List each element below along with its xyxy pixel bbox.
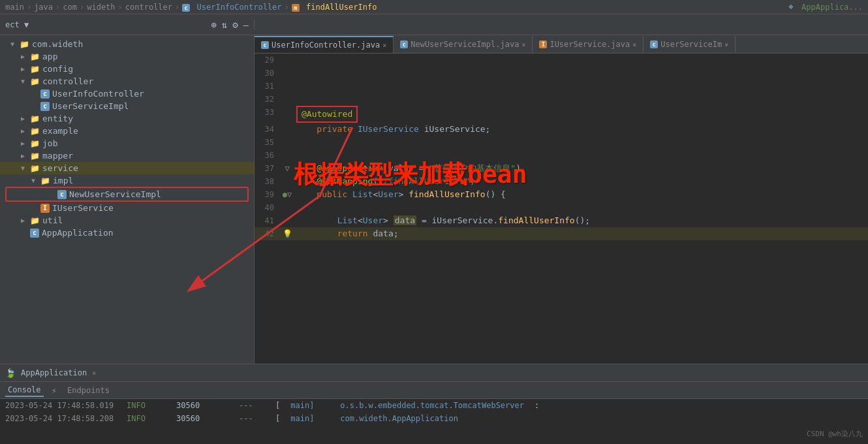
sidebar-label: app bbox=[42, 52, 57, 61]
console-pid: 30560 bbox=[176, 413, 228, 424]
code-line: 36 bbox=[255, 149, 868, 162]
sidebar-item-util[interactable]: ▶ 📁 util bbox=[0, 214, 254, 227]
line-content: private IUserService iUserService; bbox=[294, 123, 868, 136]
breadcrumb-class[interactable]: c UserInfoController bbox=[182, 3, 281, 12]
sync-icon[interactable]: ⊕ bbox=[211, 20, 216, 30]
settings-icon[interactable]: ⚙ bbox=[232, 20, 238, 30]
line-gutter: 💡 bbox=[281, 227, 294, 240]
folder-icon: 📁 bbox=[30, 77, 40, 86]
navigate-icon[interactable]: ⌖ bbox=[788, 1, 794, 12]
sidebar-item-userinfocontroller[interactable]: c UserInfoController bbox=[0, 87, 254, 100]
tab-iuserservice[interactable]: I IUserService.java × bbox=[533, 36, 643, 53]
tab-close-button[interactable]: × bbox=[521, 41, 525, 48]
sidebar-item-appapplication[interactable]: c AppApplication bbox=[0, 227, 254, 239]
console-timestamp: 2023-05-24 17:48:58.208 bbox=[5, 413, 116, 424]
sidebar-item-impl[interactable]: ▼ 📁 impl bbox=[0, 174, 254, 187]
sidebar-item-app[interactable]: ▶ 📁 app bbox=[0, 50, 254, 63]
annotation-apioperation: @ApiOperation bbox=[317, 163, 383, 173]
line-content: @ApiOperation(value = "获得用户的基本信息") bbox=[294, 162, 868, 175]
folder-icon: 📁 bbox=[30, 127, 40, 136]
breadcrumb-arrow-6: › bbox=[285, 3, 289, 12]
sidebar-label: controller bbox=[42, 76, 93, 86]
sidebar-item-newuserserviceimpl[interactable]: c NewUserServiceImpl bbox=[5, 187, 249, 202]
console-class: com.wideth.AppApplication bbox=[340, 413, 458, 424]
sidebar-item-entity[interactable]: ▶ 📁 entity bbox=[0, 112, 254, 125]
folder-icon: 📁 bbox=[20, 40, 29, 49]
sidebar-label: com.wideth bbox=[32, 39, 83, 49]
type-iuserservice: IUserService bbox=[358, 124, 419, 134]
console-thread: main] bbox=[290, 413, 330, 424]
fold-icon: ▽ bbox=[287, 188, 292, 201]
app-application-link[interactable]: AppApplica... bbox=[801, 3, 863, 12]
code-line-37: 37 ▽ @ApiOperation(value = "获得用户的基本信息") bbox=[255, 162, 868, 175]
keyword-private: private bbox=[317, 124, 352, 134]
tab-userserviceimpl[interactable]: c UserServiceIm × bbox=[643, 36, 736, 53]
sidebar-label: job bbox=[42, 138, 57, 148]
sidebar-item-job[interactable]: ▶ 📁 job bbox=[0, 137, 254, 150]
sidebar-item-userserviceimpl[interactable]: c UserServiceImpl bbox=[0, 100, 254, 112]
line-content: public List<User> findAllUserInfo() { bbox=[294, 188, 868, 201]
code-line-33: 33 @Autowired bbox=[255, 106, 868, 123]
code-line: 29 bbox=[255, 54, 868, 67]
run-icon[interactable]: ● bbox=[283, 188, 287, 201]
line-content: @GetMapping("/findAllUserInfo") bbox=[294, 175, 868, 188]
breadcrumb-controller[interactable]: controller bbox=[125, 3, 172, 12]
console-bracket-open: [ bbox=[275, 400, 280, 411]
code-editor[interactable]: 29 30 31 32 bbox=[255, 54, 868, 240]
tab-close-button[interactable]: × bbox=[724, 41, 728, 48]
sidebar-item-service[interactable]: ▼ 📁 service bbox=[0, 162, 254, 174]
console-area: Console ⚡ Endpoints 2023-05-24 17:48:58.… bbox=[0, 382, 868, 444]
tab-bar: c UserInfoController.java × c NewUserSer… bbox=[255, 35, 868, 54]
line-number: 42 bbox=[255, 227, 281, 240]
type-user: User bbox=[378, 189, 398, 199]
breadcrumb-java[interactable]: java bbox=[34, 3, 53, 12]
project-dropdown[interactable]: ect ▼ bbox=[5, 20, 29, 29]
sidebar-item-example[interactable]: ▶ 📁 example bbox=[0, 125, 254, 137]
app-close-button[interactable]: × bbox=[92, 370, 96, 377]
breadcrumb-method[interactable]: m findAllUserInfo bbox=[292, 3, 377, 12]
app-application-label[interactable]: AppApplication bbox=[21, 368, 87, 377]
minimize-icon[interactable]: — bbox=[243, 20, 249, 30]
sidebar-item-mapper[interactable]: ▶ 📁 mapper bbox=[0, 150, 254, 162]
sidebar-item-controller[interactable]: ▼ 📁 controller bbox=[0, 75, 254, 87]
flatten-icon[interactable]: ⇅ bbox=[222, 20, 227, 30]
folder-icon: 📁 bbox=[30, 65, 40, 74]
arrow-down-icon: ▼ bbox=[31, 177, 39, 184]
sidebar-label: entity bbox=[42, 114, 73, 123]
tab-newuserserviceimpl[interactable]: c NewUserServiceImpl.java × bbox=[394, 36, 533, 53]
line-gutter: ▽ bbox=[281, 162, 294, 175]
sidebar-label: mapper bbox=[42, 151, 73, 161]
arrow-right-icon: ▶ bbox=[21, 65, 29, 72]
breadcrumb-arrow-3: › bbox=[80, 3, 84, 12]
sidebar-item-config[interactable]: ▶ 📁 config bbox=[0, 63, 254, 75]
folder-icon: 📁 bbox=[30, 151, 40, 161]
autowired-box: @Autowired bbox=[296, 106, 358, 123]
line-number: 33 bbox=[255, 106, 281, 119]
sidebar-label: IUserService bbox=[52, 203, 114, 213]
bulb-icon[interactable]: 💡 bbox=[283, 227, 292, 240]
tab-badge-c: c bbox=[400, 40, 408, 48]
tab-close-button[interactable]: × bbox=[632, 41, 636, 48]
tab-endpoints[interactable]: Endpoints bbox=[65, 385, 112, 396]
breadcrumb-main[interactable]: main bbox=[5, 3, 24, 12]
line-content: return data; bbox=[294, 227, 868, 240]
tab-userinfocontroller[interactable]: c UserInfoController.java × bbox=[255, 36, 394, 53]
sidebar-label: NewUserServiceImpl bbox=[69, 189, 161, 199]
console-timestamp: 2023-05-24 17:48:58.019 bbox=[5, 400, 116, 411]
console-pid: 30560 bbox=[176, 400, 228, 411]
tab-label: UserServiceIm bbox=[660, 40, 722, 49]
app-bar: 🍃 AppApplication × bbox=[0, 364, 868, 382]
line-number: 36 bbox=[255, 149, 281, 162]
tab-close-button[interactable]: × bbox=[382, 42, 386, 49]
arrow-right-icon: ▶ bbox=[21, 53, 29, 60]
breadcrumb-com[interactable]: com bbox=[63, 3, 77, 12]
sidebar-label: UserServiceImpl bbox=[52, 101, 129, 111]
console-dashes: --- bbox=[239, 400, 265, 411]
code-line: 40 bbox=[255, 201, 868, 214]
breadcrumb-arrow-5: › bbox=[175, 3, 179, 12]
breadcrumb-wideth[interactable]: wideth bbox=[87, 3, 115, 12]
sidebar-item-iuserservice[interactable]: I IUserService bbox=[0, 202, 254, 214]
tab-console[interactable]: Console bbox=[5, 384, 44, 397]
sidebar-item-comwideth[interactable]: ▼ 📁 com.wideth bbox=[0, 38, 254, 50]
annotation-autowired: @Autowired bbox=[302, 109, 352, 119]
